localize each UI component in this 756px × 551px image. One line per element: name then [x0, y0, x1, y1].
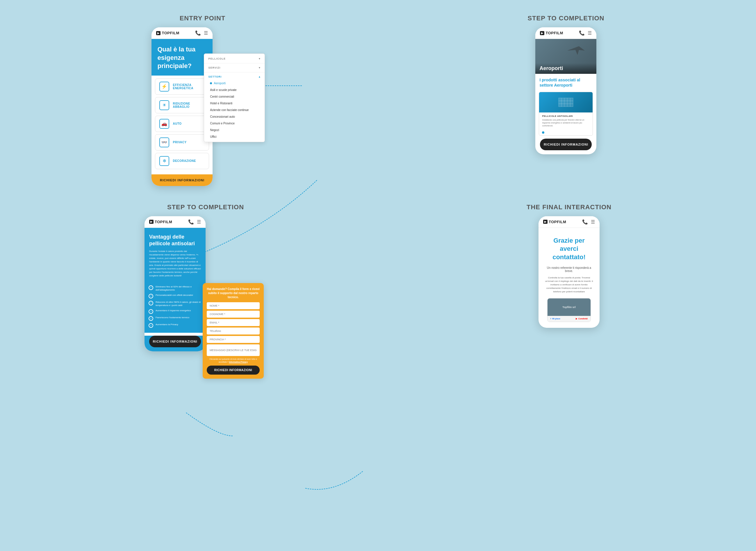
dd-item-uffici[interactable]: Uffici — [204, 133, 265, 140]
check-3: ✓ — [148, 301, 153, 306]
auto-label: AUTO — [173, 122, 181, 125]
dd-item-asili[interactable]: Asili e scuole private — [204, 87, 265, 93]
benefits-body: Durante l'estate il calore prodotto dal … — [149, 249, 201, 278]
step2-phone: ▶ TOPFILM 📞 ☰ Aeroporti I prodot — [535, 27, 597, 154]
step2-topbar: ▶ TOPFILM 📞 ☰ — [535, 27, 597, 39]
form-nome[interactable] — [207, 302, 260, 309]
step2-cta-button[interactable]: RICHIEDI INFORMAZIONI — [540, 139, 592, 150]
benefit-text-6: Aumentano la Privacy — [155, 323, 178, 326]
entry-phone: ▶ TOPFILM 📞 ☰ Qual è la tua esigenza pri… — [151, 27, 213, 186]
step3-label: STEP TO COMPLETION — [167, 203, 244, 211]
final-topbar-icons: 📞 ☰ — [582, 219, 595, 225]
abbaglio-label: RIDUZIONE ABBAGLIO — [173, 102, 205, 108]
step3-cta-button[interactable]: RICHIEDI INFORMAZIONI — [149, 336, 201, 347]
benefit-text-4: Aumentano il risparmio energetico — [155, 309, 191, 312]
form-email[interactable] — [207, 319, 260, 326]
step3-logo: ▶ TOPFILM — [149, 220, 172, 224]
top-row: ENTRY POINT ▶ TOPFILM 📞 ☰ — [15, 15, 741, 186]
airport-overlay-text: Aeroporti — [535, 63, 597, 74]
step2-topbar-icons: 📞 ☰ — [579, 30, 592, 36]
energia-label: EFFICIENZA ENERGETICA — [173, 83, 205, 90]
entry-hero-title: Qual è la tua esigenza principale? — [157, 45, 207, 70]
dd-dot-aeroporti — [210, 82, 212, 84]
product-card-image — [539, 92, 593, 112]
privacy-icon: 👓 — [159, 137, 169, 147]
phone-icon[interactable]: 📞 — [195, 30, 201, 36]
form-messaggio[interactable] — [207, 344, 260, 356]
dd-item-concessionari[interactable]: Concessionari auto — [204, 113, 265, 120]
yt-label: Condividi — [578, 318, 588, 320]
dd-settori[interactable]: SETTORI ▴ — [204, 73, 265, 80]
form-panel: Hai domande? Compila il form e ricevi su… — [203, 283, 264, 379]
decorazione-label: DECORAZIONE — [173, 159, 196, 162]
form-privacy-link[interactable]: Informativa Privacy — [229, 361, 248, 363]
final-phone: ▶ TOPFILM 📞 ☰ Grazie per averci contatta… — [538, 216, 600, 328]
menu-item-abbaglio[interactable]: ☀ RIDUZIONE ABBAGLIO — [155, 97, 209, 113]
benefit-text-2: Personalizzabili con effetti decorativi — [155, 294, 193, 297]
dd-item-hotel[interactable]: Hotel e Ristoranti — [204, 100, 265, 107]
benefit-text-5: Favoriscono l'isolamento termico — [155, 316, 189, 319]
benefit-6: ✓ Aumentano la Privacy — [148, 323, 202, 328]
menu-icon[interactable]: ☰ — [204, 30, 208, 36]
thankyou-content: Grazie per averci contattato! Un nostro … — [538, 228, 600, 328]
social-yt[interactable]: ▶ Condividi — [576, 318, 588, 320]
step2-label: STEP TO COMPLETION — [527, 15, 604, 22]
benefit-5: ✓ Favoriscono l'isolamento termico — [148, 316, 202, 321]
product-card-dot — [542, 131, 544, 134]
step2-products-title: I prodotti associati al settore Aeroport… — [535, 74, 597, 89]
product-card-title: PELLICOLE ANTISOLARI — [542, 115, 590, 117]
step2-section: STEP TO COMPLETION ▶ TOPFILM 📞 ☰ — [527, 15, 604, 186]
step3-phone-icon[interactable]: 📞 — [188, 219, 194, 225]
step3-menu-icon[interactable]: ☰ — [197, 219, 201, 225]
form-provincia[interactable] — [207, 336, 260, 343]
step3-logo-text: TOPFILM — [155, 220, 172, 224]
dd-pellicole[interactable]: PELLICOLE ▾ — [204, 55, 265, 62]
final-phone-icon[interactable]: 📞 — [582, 219, 588, 225]
entry-logo: ▶ TOPFILM — [156, 31, 179, 35]
step3-topbar: ▶ TOPFILM 📞 ☰ — [144, 216, 206, 228]
final-label: THE FINAL INTERACTION — [526, 203, 612, 211]
benefit-2: ✓ Personalizzabili con effetti decorativ… — [148, 294, 202, 299]
entry-cta-button[interactable]: RICHIEDI INFORMAZIONI — [151, 174, 213, 186]
building-svg — [557, 96, 575, 108]
step3-logo-box: ▶ — [149, 220, 153, 224]
step3-topbar-icons: 📞 ☰ — [188, 219, 201, 225]
final-topbar: ▶ TOPFILM 📞 ☰ — [538, 216, 600, 228]
final-logo-text: TOPFILM — [549, 220, 566, 224]
step2-logo-text: TOPFILM — [545, 31, 563, 35]
form-note: Cliccando sul pulsante di invio dichiaro… — [207, 358, 260, 364]
entry-hero: Qual è la tua esigenza principale? — [151, 39, 213, 76]
page-wrapper: ENTRY POINT ▶ TOPFILM 📞 ☰ — [0, 0, 756, 551]
dropdown-panel: PELLICOLE ▾ SERVIZI ▾ SETTORI ▴ — [204, 53, 265, 142]
check-5: ✓ — [148, 316, 153, 321]
check-6: ✓ — [148, 323, 153, 328]
fb-label: Mi piace — [552, 318, 560, 320]
form-telefono[interactable] — [207, 328, 260, 335]
dd-item-aziende[interactable]: Aziende con facciate continue — [204, 107, 265, 113]
step2-menu-icon[interactable]: ☰ — [588, 30, 592, 36]
menu-item-privacy[interactable]: 👓 PRIVACY — [155, 134, 209, 150]
dd-item-comuni[interactable]: Comuni e Province — [204, 120, 265, 127]
menu-item-decorazione[interactable]: ❄ DECORAZIONE — [155, 153, 209, 169]
step2-logo-box: ▶ — [540, 31, 544, 35]
form-submit-button[interactable]: RICHIEDI INFORMAZIONI — [207, 366, 260, 375]
menu-item-energia[interactable]: ⚡ EFFICIENZA ENERGETICA — [155, 78, 209, 95]
step2-phone-icon[interactable]: 📞 — [579, 30, 585, 36]
entry-menu-items: ⚡ EFFICIENZA ENERGETICA ☀ RIDUZIONE ABBA… — [151, 76, 213, 174]
benefit-1: ✓ Eliminano fino al 92% del riflesso e d… — [148, 285, 202, 292]
final-menu-icon[interactable]: ☰ — [591, 219, 595, 225]
check-4: ✓ — [148, 309, 153, 314]
thankyou-body: Controlla la tua casella di posta: Trove… — [544, 276, 594, 294]
dd-item-centri[interactable]: Centri commerciali — [204, 93, 265, 100]
entry-point-section: ENTRY POINT ▶ TOPFILM 📞 ☰ — [151, 15, 253, 186]
step2-product-card: PELLICOLE ANTISOLARI Installando una pel… — [539, 92, 593, 135]
social-fb[interactable]: f Mi piace — [550, 318, 560, 320]
dd-item-negozi[interactable]: Negozi — [204, 127, 265, 133]
svg-rect-1 — [558, 98, 573, 107]
form-title: Hai domande? Compila il form e ricevi su… — [207, 287, 260, 299]
step2-logo: ▶ TOPFILM — [540, 31, 563, 35]
dd-item-aeroporti[interactable]: Aeroporti — [204, 80, 265, 87]
dd-servizi[interactable]: SERVIZI ▾ — [204, 64, 265, 71]
menu-item-auto[interactable]: 🚗 AUTO — [155, 116, 209, 132]
form-cognome[interactable] — [207, 311, 260, 318]
